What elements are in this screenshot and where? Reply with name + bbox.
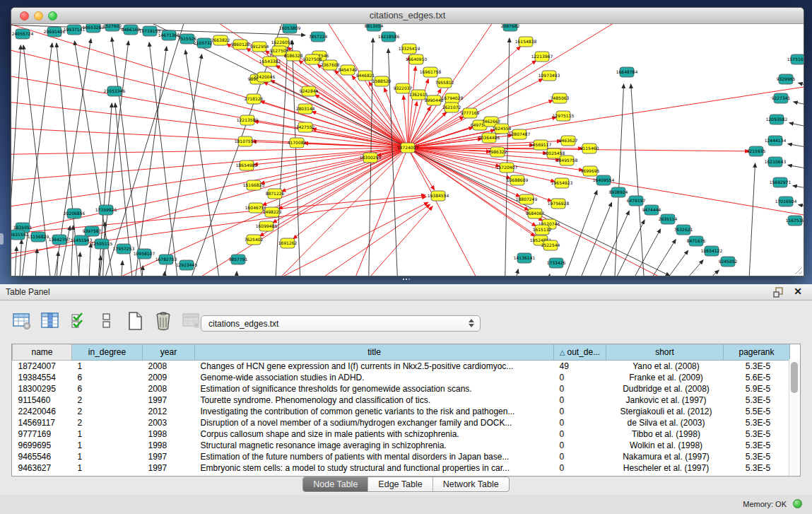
table-cell[interactable]: Disruption of a novel member of a sodium… xyxy=(195,417,554,428)
table-cell[interactable]: 5.3E-5 xyxy=(724,417,790,428)
table-cell[interactable]: 9463627 xyxy=(13,462,72,474)
panel-collapse-handle[interactable] xyxy=(0,233,4,245)
network-node[interactable]: 1588520 xyxy=(372,76,392,86)
table-cell[interactable]: 0 xyxy=(554,372,606,383)
table-scrollbar[interactable] xyxy=(789,359,800,476)
network-node[interactable]: 8938924 xyxy=(609,187,628,197)
network-node[interactable]: 5912954 xyxy=(250,42,269,52)
network-node[interactable]: 19384554 xyxy=(428,191,449,201)
network-edge[interactable] xyxy=(11,99,408,148)
network-node[interactable]: 13325419 xyxy=(399,44,420,54)
network-node[interactable]: 7663822 xyxy=(211,35,230,45)
network-node[interactable]: 20364486 xyxy=(478,133,500,143)
network-node[interactable]: 12444134 xyxy=(765,136,787,146)
table-cell[interactable]: Hescheler et al. (1997) xyxy=(606,462,724,474)
table-row[interactable]: 1872400712008Changes of HCN gene express… xyxy=(13,361,790,373)
table-cell[interactable]: Genome-wide association studies in ADHD. xyxy=(195,372,554,383)
network-edge[interactable] xyxy=(70,226,73,276)
network-node[interactable]: 9329965 xyxy=(777,74,796,84)
network-edge[interactable] xyxy=(505,38,510,276)
network-node[interactable]: 2087682 xyxy=(501,24,520,31)
network-node[interactable]: 12923445 xyxy=(176,260,198,270)
column-header-out-de-[interactable]: △out_de... xyxy=(554,344,606,361)
table-header-row[interactable]: namein_degreeyeartitle△out_de...shortpag… xyxy=(13,344,790,361)
network-edge[interactable] xyxy=(647,250,688,276)
table-cell[interactable]: Tibbo et al. (1998) xyxy=(606,428,724,440)
table-cell[interactable]: 9465546 xyxy=(13,451,72,462)
network-node[interactable]: 15751074 xyxy=(787,54,804,64)
network-edge[interactable] xyxy=(794,102,804,110)
column-header-year[interactable]: year xyxy=(143,344,195,361)
network-edge[interactable] xyxy=(613,84,624,276)
network-edge[interactable] xyxy=(98,24,188,276)
table-cell[interactable]: 19384554 xyxy=(13,372,72,383)
table-cell[interactable]: 0 xyxy=(554,462,606,474)
column-header-name[interactable]: name xyxy=(13,344,72,361)
network-node[interactable]: 7485063 xyxy=(551,93,570,103)
network-node[interactable]: 9463627 xyxy=(559,136,578,146)
network-node[interactable]: 14671368 xyxy=(158,30,180,40)
network-edge[interactable] xyxy=(149,42,181,276)
table-cell[interactable]: Dudbridge et al. (2008) xyxy=(606,383,724,395)
table-cell[interactable]: 0 xyxy=(554,395,606,406)
table-cell[interactable]: Jankovic et al. (1997) xyxy=(606,395,724,406)
network-node[interactable]: 8186328 xyxy=(284,51,303,61)
table-cell[interactable]: 9699695 xyxy=(13,440,72,451)
network-node[interactable]: 9684067 xyxy=(526,209,545,218)
network-node[interactable]: 1615132 xyxy=(533,225,552,235)
network-node[interactable]: 18495758 xyxy=(556,156,578,165)
network-node[interactable]: 24055724 xyxy=(12,29,34,39)
network-edge[interactable] xyxy=(542,274,550,276)
network-edge[interactable] xyxy=(119,261,122,276)
unselect-all-icon[interactable] xyxy=(96,310,117,332)
table-row[interactable]: 2242004622012Investigating the contribut… xyxy=(13,406,790,417)
network-edge[interactable] xyxy=(88,243,91,276)
network-node[interactable]: 8215935 xyxy=(747,146,766,156)
network-node[interactable]: 9245052 xyxy=(719,257,738,267)
network-node[interactable]: 12213967 xyxy=(531,52,553,62)
table-cell[interactable]: Embryonic stem cells: a model to study s… xyxy=(195,462,554,474)
new-file-icon[interactable] xyxy=(124,310,146,332)
network-edge[interactable] xyxy=(634,240,676,276)
table-cell[interactable]: 2008 xyxy=(143,383,195,395)
network-edge[interactable] xyxy=(618,229,661,276)
table-cell[interactable]: 0 xyxy=(554,451,606,462)
table-cell[interactable]: 2012 xyxy=(143,406,195,417)
table-cell[interactable]: 2 xyxy=(72,417,143,428)
table-cell[interactable]: 0 xyxy=(554,428,606,440)
table-cell[interactable]: 1997 xyxy=(143,395,195,406)
table-cell[interactable]: Changes of HCN gene expression and I(f) … xyxy=(195,361,554,373)
citation-network-graph[interactable]: 2405572420691406199371411065328715276028… xyxy=(11,24,804,276)
table-cell[interactable]: 0 xyxy=(554,383,606,395)
table-cell[interactable]: 2003 xyxy=(143,417,195,428)
network-node[interactable]: 3427552 xyxy=(296,122,315,132)
table-cell[interactable]: Corpus callosum shape and size in male p… xyxy=(195,428,554,440)
column-header-pagerank[interactable]: pagerank xyxy=(724,344,790,361)
network-edge[interactable] xyxy=(11,43,408,148)
network-edge[interactable] xyxy=(404,95,408,148)
network-node[interactable]: 9699695 xyxy=(581,166,600,176)
network-node[interactable]: 2367608 xyxy=(321,60,340,70)
table-cell[interactable]: Tourette syndrome. Phenomenology and cla… xyxy=(195,395,554,406)
table-cell[interactable]: 5.3E-5 xyxy=(724,440,790,451)
network-canvas[interactable]: 2405572420691406199371411065328715276028… xyxy=(11,24,804,276)
network-node[interactable]: 7632621 xyxy=(674,225,693,235)
table-cell[interactable]: 5.3E-5 xyxy=(724,451,790,462)
table-row[interactable]: 946554611997Estimation of the future num… xyxy=(13,451,790,462)
network-node[interactable]: 8871226 xyxy=(266,189,285,199)
table-cell[interactable]: 22420046 xyxy=(13,406,72,417)
table-cell[interactable]: 6 xyxy=(72,383,143,395)
network-node[interactable]: 10654122 xyxy=(701,246,723,256)
network-edge[interactable] xyxy=(788,144,804,151)
network-node[interactable]: 9397587 xyxy=(83,226,102,236)
network-edge[interactable] xyxy=(602,220,645,276)
network-node[interactable]: 16409554 xyxy=(593,175,615,185)
network-node[interactable]: 12975115 xyxy=(553,111,575,121)
network-node[interactable]: 15692971 xyxy=(770,177,792,187)
network-edge[interactable] xyxy=(793,186,804,192)
network-edge[interactable] xyxy=(408,148,536,226)
table-cell[interactable]: 5.3E-5 xyxy=(724,462,790,474)
network-node[interactable]: 8990448 xyxy=(425,95,444,105)
close-panel-icon[interactable]: ✕ xyxy=(794,286,802,297)
network-node[interactable]: 9327508 xyxy=(303,54,322,64)
